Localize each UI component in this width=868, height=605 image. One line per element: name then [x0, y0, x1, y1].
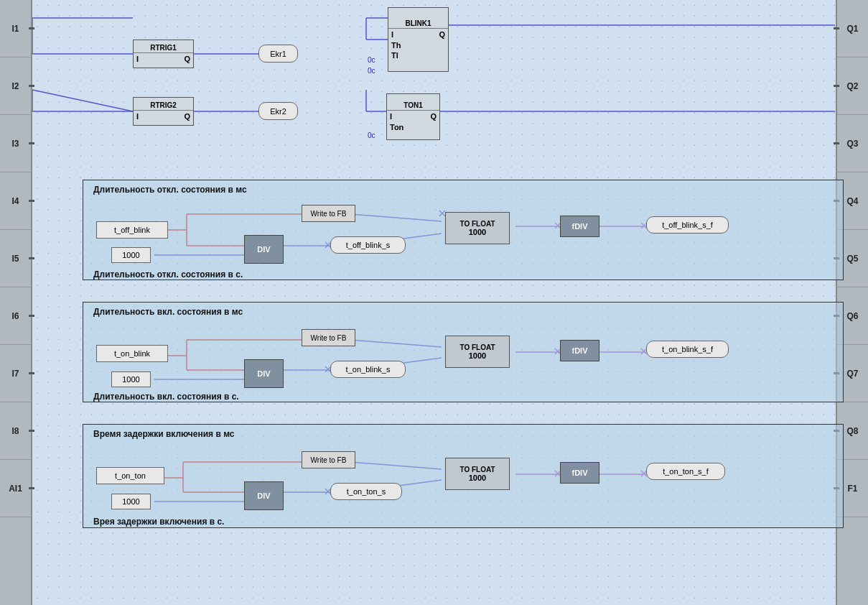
t-on-blink-input[interactable]: t_on_blink [96, 345, 168, 362]
io-left-i6[interactable]: I6 [0, 287, 31, 345]
section-on-ton-title-top: Время задержки включения в мс [93, 429, 235, 439]
svg-line-9 [32, 90, 133, 111]
blink1-port-i: I [391, 30, 393, 39]
io-right-q4-label: Q4 [846, 196, 858, 206]
io-right-q3-label: Q3 [846, 139, 858, 149]
io-right-q8-label: Q8 [846, 426, 858, 436]
io-left-i5-label: I5 [11, 254, 19, 264]
rtrig2-block[interactable]: RTRIG2 I Q [133, 97, 194, 126]
blink1-port-th: Th [391, 41, 401, 50]
section-off-blink-title-bottom: Длительность откл. состояния в с. [93, 269, 243, 280]
t-off-blink-s-f[interactable]: t_off_blink_s_f [646, 216, 729, 234]
rtrig2-port-q: Q [184, 112, 190, 121]
to-float-2[interactable]: TO FLOAT 1000 [445, 336, 510, 368]
section-on-ton-title-bottom: Врея задержки включения в с. [93, 517, 224, 527]
write-to-fb-2[interactable]: Write to FB [302, 329, 355, 346]
io-right-q7-label: Q7 [846, 369, 858, 379]
ekr1-block[interactable]: Ekr1 [258, 45, 298, 63]
io-left-ai1-label: AI1 [9, 484, 22, 494]
io-left-i7-label: I7 [11, 369, 19, 379]
to-float-3-value: 1000 [469, 474, 486, 482]
blink1-port-tl: Tl [391, 51, 398, 60]
blink1-block[interactable]: BLINK1 I Q Th Tl [388, 7, 449, 72]
io-left-i8[interactable]: I8 [0, 402, 31, 460]
io-right-q6-label: Q6 [846, 311, 858, 321]
main-canvas: I1 I2 I3 I4 I5 I6 I7 I8 AI1 Q1 [0, 0, 868, 605]
fdiv-block-2[interactable]: fDIV [560, 340, 599, 361]
to-float-2-value: 1000 [469, 351, 486, 360]
io-right-q1[interactable]: Q1 [837, 0, 868, 57]
io-left-i3[interactable]: I3 [0, 115, 31, 172]
blink1-th-value: 0c [368, 56, 375, 64]
io-left-i2[interactable]: I2 [0, 57, 31, 115]
io-left-ai1[interactable]: AI1 [0, 460, 31, 517]
ton1-port-q: Q [430, 112, 437, 121]
t-off-blink-input[interactable]: t_off_blink [96, 221, 168, 239]
write-to-fb-1[interactable]: Write to FB [302, 205, 355, 222]
io-left-i4[interactable]: I4 [0, 172, 31, 230]
const-1000-1[interactable]: 1000 [111, 247, 151, 263]
io-left-i3-label: I3 [11, 139, 19, 149]
t-on-blink-s[interactable]: t_on_blink_s [330, 361, 406, 378]
io-left-i8-label: I8 [11, 426, 19, 436]
ton1-title: TON1 [387, 101, 439, 111]
io-left-i4-label: I4 [11, 196, 19, 206]
io-left-i7[interactable]: I7 [0, 345, 31, 402]
rtrig1-port-i: I [136, 55, 139, 63]
rtrig2-port-i: I [136, 112, 139, 121]
to-float-1[interactable]: TO FLOAT 1000 [445, 212, 510, 244]
fdiv-block-3[interactable]: fDIV [560, 462, 599, 484]
ton1-port-ton: Ton [390, 123, 403, 131]
io-right-q2[interactable]: Q2 [837, 57, 868, 115]
section-on-blink-title-top: Длительность вкл. состояния в мс [93, 307, 243, 317]
to-float-3[interactable]: TO FLOAT 1000 [445, 458, 510, 490]
to-float-3-label: TO FLOAT [459, 466, 495, 474]
const-1000-2[interactable]: 1000 [111, 371, 151, 387]
div-block-3[interactable]: DIV [244, 481, 284, 510]
io-right-q5-label: Q5 [846, 254, 858, 264]
t-on-ton-input[interactable]: t_on_ton [96, 467, 164, 484]
const-1000-3[interactable]: 1000 [111, 494, 151, 509]
io-left-i5[interactable]: I5 [0, 230, 31, 287]
t-off-blink-s[interactable]: t_off_blink_s [330, 236, 406, 254]
to-float-1-value: 1000 [469, 228, 486, 236]
rtrig1-title: RTRIG1 [134, 44, 193, 53]
section-off-blink-title-top: Длительность откл. состояния в мс [93, 185, 247, 195]
div-block-1[interactable]: DIV [244, 235, 284, 264]
rtrig2-title: RTRIG2 [134, 101, 193, 111]
io-left-i1[interactable]: I1 [0, 0, 31, 57]
section-on-blink-title-bottom: Длительность вкл. состояния в с. [93, 392, 239, 402]
write-to-fb-3[interactable]: Write to FB [302, 451, 355, 468]
io-left-i2-label: I2 [11, 81, 19, 91]
blink1-title: BLINK1 [388, 19, 448, 29]
t-on-ton-s-f[interactable]: t_on_ton_s_f [646, 463, 725, 480]
ton1-block[interactable]: TON1 I Q Ton [386, 93, 440, 140]
io-right-q1-label: Q1 [846, 24, 858, 34]
to-float-2-label: TO FLOAT [459, 343, 495, 351]
t-on-blink-s-f[interactable]: t_on_blink_s_f [646, 341, 729, 358]
ton1-port-i: I [390, 112, 392, 121]
io-left-panel: I1 I2 I3 I4 I5 I6 I7 I8 AI1 [0, 0, 32, 605]
blink1-port-q: Q [439, 30, 445, 39]
io-right-q3[interactable]: Q3 [837, 115, 868, 172]
rtrig1-block[interactable]: RTRIG1 I Q [133, 40, 194, 68]
ekr2-block[interactable]: Ekr2 [258, 102, 298, 120]
rtrig1-port-q: Q [184, 55, 190, 63]
io-right-q2-label: Q2 [846, 81, 858, 91]
to-float-1-label: TO FLOAT [459, 220, 495, 228]
ekr2-label: Ekr2 [270, 107, 286, 116]
io-left-i1-label: I1 [11, 24, 19, 34]
fdiv-block-1[interactable]: fDIV [560, 216, 599, 237]
io-right-f1-label: F1 [847, 484, 857, 494]
io-left-i6-label: I6 [11, 311, 19, 321]
ton1-ton-value: 0c [368, 131, 375, 139]
t-on-ton-s[interactable]: t_on_ton_s [330, 483, 402, 500]
ekr1-label: Ekr1 [270, 50, 286, 58]
blink1-tl-value: 0c [368, 67, 375, 75]
div-block-2[interactable]: DIV [244, 359, 284, 388]
